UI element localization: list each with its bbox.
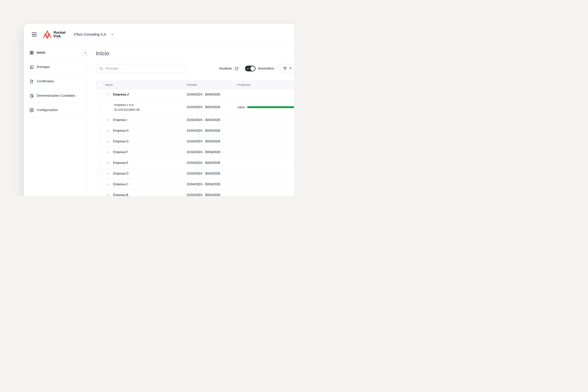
table-header-row: Nome Período Progresso — [96, 80, 294, 89]
period-cell: 01/04/2024 - 30/04/2026 — [187, 140, 237, 143]
sidebar-collapse-button[interactable] — [82, 50, 88, 56]
row-checkbox[interactable] — [98, 182, 102, 186]
table-row[interactable]: Empresa D01/04/2024 - 30/04/2026 — [96, 168, 294, 179]
sidebar-item-certificados[interactable]: Certificados — [24, 74, 85, 88]
table-row[interactable]: Empresa J01/04/2024 - 30/04/2026 — [96, 89, 294, 100]
expand-row-chevron-right-icon[interactable] — [104, 194, 112, 196]
refresh-button[interactable]: Atualizar — [219, 66, 238, 71]
progress-cell — [237, 179, 294, 190]
grid-icon — [30, 50, 34, 55]
company-selector-value: XTech Consulting S.A. — [74, 32, 107, 36]
gear-icon — [30, 108, 34, 112]
company-name-cell: Empresa J — [112, 93, 187, 96]
company-name-cell: Empresa C — [112, 182, 187, 186]
period-cell: 01/04/2024 - 30/04/2026 — [187, 150, 237, 154]
company-name-cell: Empresa D — [112, 172, 187, 175]
progress-cell — [237, 136, 294, 146]
row-checkbox[interactable] — [98, 128, 102, 133]
progress-cell — [237, 168, 294, 179]
companies-table: Nome Período Progresso Empresa J01/04/20… — [96, 80, 294, 196]
filter-button[interactable]: F — [278, 64, 294, 73]
expand-row-chevron-right-icon[interactable] — [104, 162, 112, 164]
company-cnpj: 01.010.011/0001-00 — [114, 107, 187, 112]
period-cell: 01/04/2024 - 30/04/2026 — [187, 93, 237, 96]
search-input[interactable] — [105, 66, 184, 71]
logo-line2: PVA — [54, 34, 66, 38]
progress-bar — [247, 106, 294, 108]
table-subrow[interactable]: Empresa J S.A.01.010.011/0001-0001/04/20… — [96, 100, 294, 115]
filter-funnel-icon — [283, 66, 287, 71]
logo-wordmark: Rocket PVA — [54, 30, 66, 38]
sidebar-item-configuracoes[interactable]: Configurações — [24, 103, 85, 117]
row-checkbox[interactable] — [98, 193, 102, 196]
expand-row-chevron-right-icon[interactable] — [104, 151, 112, 154]
auto-toggle[interactable] — [245, 66, 256, 72]
company-legal-name: Empresa J S.A. — [114, 102, 187, 107]
documents-icon — [30, 65, 34, 69]
period-cell: 01/04/2024 - 30/04/2026 — [187, 182, 237, 186]
company-name-cell: Empresa J S.A.01.010.011/0001-00 — [112, 102, 187, 112]
chevron-left-icon — [84, 52, 86, 54]
progress-cell — [237, 125, 294, 136]
progress-cell — [237, 115, 294, 125]
company-name-cell: Empresa F — [112, 150, 187, 154]
select-all-checkbox[interactable] — [98, 83, 102, 87]
collapse-row-chevron-down-icon[interactable] — [104, 93, 112, 96]
row-checkbox[interactable] — [98, 139, 102, 143]
sidebar-item-label: Início — [37, 51, 45, 54]
period-cell: 01/04/2024 - 30/04/2026 — [187, 118, 237, 122]
app-window: Rocket PVA XTech Consulting S.A. Início — [23, 23, 294, 196]
sidebar-item-inicio[interactable]: Início — [24, 46, 85, 60]
progress-cell — [237, 158, 294, 168]
row-checkbox[interactable] — [98, 172, 102, 176]
sidebar-item-entregas[interactable]: Entregas — [24, 60, 85, 74]
page-title: Início — [96, 50, 294, 57]
company-name-cell: Empresa B — [112, 193, 187, 196]
row-checkbox[interactable] — [98, 150, 102, 154]
company-name-cell: Empresa G — [112, 140, 187, 143]
document-check-icon — [30, 79, 34, 84]
refresh-label: Atualizar — [219, 66, 232, 70]
expand-row-chevron-right-icon[interactable] — [104, 183, 112, 186]
expand-row-chevron-right-icon[interactable] — [104, 130, 112, 132]
column-header-periodo: Período — [187, 83, 237, 86]
table-row[interactable]: Empresa F01/04/2024 - 30/04/2026 — [96, 147, 294, 158]
table-row[interactable]: Empresa G01/04/2024 - 30/04/2026 — [96, 136, 294, 147]
expand-row-chevron-right-icon[interactable] — [104, 119, 112, 121]
row-checkbox[interactable] — [98, 92, 102, 96]
hamburger-menu-icon[interactable] — [32, 32, 37, 36]
row-checkbox[interactable] — [98, 118, 102, 122]
sidebar-item-label: Demonstrações Contábeis — [37, 94, 75, 98]
rocket-pva-logo-icon — [43, 30, 52, 39]
row-checkbox[interactable] — [98, 105, 102, 109]
expand-row-chevron-right-icon[interactable] — [104, 172, 112, 175]
logo: Rocket PVA — [43, 30, 66, 39]
table-row[interactable]: Empresa E01/04/2024 - 30/04/2026 — [96, 158, 294, 168]
company-name-cell: Empresa H — [112, 129, 187, 132]
refresh-icon — [234, 66, 238, 71]
app-header: Rocket PVA XTech Consulting S.A. — [24, 24, 294, 46]
table-row[interactable]: Empresa I01/04/2024 - 30/04/2026 — [96, 115, 294, 125]
column-header-nome: Nome — [104, 83, 187, 86]
main-content: Início Atualizar Automático — [86, 46, 294, 196]
table-row[interactable]: Empresa C01/04/2024 - 30/04/2026 — [96, 179, 294, 190]
period-cell: 01/04/2024 - 30/04/2026 — [187, 161, 237, 164]
table-row[interactable]: Empresa H01/04/2024 - 30/04/2026 — [96, 125, 294, 136]
filter-button-label: F — [290, 66, 292, 70]
logo-line1: Rocket — [54, 30, 66, 34]
company-selector[interactable]: XTech Consulting S.A. — [74, 32, 114, 36]
expand-row-chevron-right-icon[interactable] — [104, 140, 112, 143]
search-box — [96, 64, 187, 73]
row-checkbox[interactable] — [98, 161, 102, 165]
period-cell: 01/04/2024 - 30/04/2026 — [187, 106, 237, 109]
sidebar-item-label: Entregas — [37, 65, 50, 69]
table-row[interactable]: Empresa B01/04/2024 - 30/04/2026 — [96, 190, 294, 196]
search-icon — [99, 66, 103, 70]
period-cell: 01/04/2024 - 30/04/2026 — [187, 129, 237, 132]
document-edit-icon — [30, 94, 34, 98]
sidebar: Início Entregas Certificados — [24, 46, 86, 196]
toggle-knob — [250, 66, 255, 71]
sidebar-item-label: Configurações — [37, 108, 58, 112]
sidebar-item-demonstracoes-contabeis[interactable]: Demonstrações Contábeis — [24, 88, 85, 103]
toolbar: Atualizar Automático F — [96, 64, 294, 73]
